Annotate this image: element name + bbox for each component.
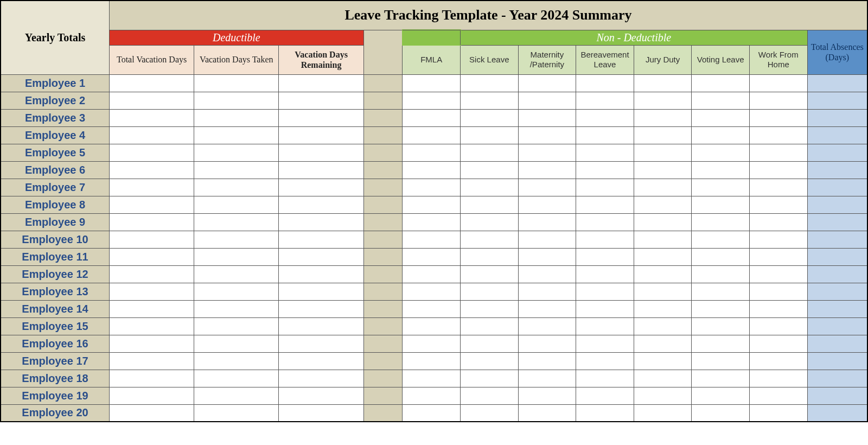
nondeductible-cell[interactable] bbox=[634, 92, 692, 109]
employee-label[interactable]: Employee 6 bbox=[1, 161, 110, 179]
employee-label[interactable]: Employee 10 bbox=[1, 231, 110, 248]
nondeductible-cell[interactable] bbox=[403, 317, 461, 335]
employee-label[interactable]: Employee 18 bbox=[1, 370, 110, 387]
nondeductible-cell[interactable] bbox=[403, 179, 461, 196]
deductible-cell[interactable] bbox=[194, 370, 279, 387]
nondeductible-cell[interactable] bbox=[576, 92, 634, 109]
deductible-cell[interactable] bbox=[279, 335, 363, 352]
total-absences-cell[interactable] bbox=[807, 335, 867, 352]
nondeductible-cell[interactable] bbox=[403, 161, 461, 179]
nondeductible-cell[interactable] bbox=[692, 317, 750, 335]
nondeductible-cell[interactable] bbox=[749, 335, 807, 352]
nondeductible-cell[interactable] bbox=[692, 300, 750, 317]
deductible-cell[interactable] bbox=[279, 161, 363, 179]
nondeductible-cell[interactable] bbox=[403, 335, 461, 352]
nondeductible-cell[interactable] bbox=[461, 387, 519, 404]
nondeductible-cell[interactable] bbox=[576, 144, 634, 161]
employee-label[interactable]: Employee 5 bbox=[1, 144, 110, 161]
nondeductible-cell[interactable] bbox=[518, 352, 576, 370]
nondeductible-cell[interactable] bbox=[403, 248, 461, 265]
nondeductible-cell[interactable] bbox=[692, 231, 750, 248]
nondeductible-cell[interactable] bbox=[576, 387, 634, 404]
nondeductible-cell[interactable] bbox=[749, 370, 807, 387]
nondeductible-cell[interactable] bbox=[403, 404, 461, 422]
nondeductible-cell[interactable] bbox=[576, 283, 634, 300]
nondeductible-cell[interactable] bbox=[461, 370, 519, 387]
nondeductible-cell[interactable] bbox=[749, 404, 807, 422]
nondeductible-cell[interactable] bbox=[518, 92, 576, 109]
deductible-cell[interactable] bbox=[194, 300, 279, 317]
total-absences-cell[interactable] bbox=[807, 126, 867, 144]
nondeductible-cell[interactable] bbox=[634, 387, 692, 404]
total-absences-cell[interactable] bbox=[807, 300, 867, 317]
deductible-cell[interactable] bbox=[279, 370, 363, 387]
nondeductible-cell[interactable] bbox=[692, 265, 750, 283]
deductible-cell[interactable] bbox=[110, 404, 194, 422]
deductible-cell[interactable] bbox=[194, 231, 279, 248]
nondeductible-cell[interactable] bbox=[518, 74, 576, 92]
nondeductible-cell[interactable] bbox=[692, 387, 750, 404]
nondeductible-cell[interactable] bbox=[518, 161, 576, 179]
nondeductible-cell[interactable] bbox=[634, 109, 692, 126]
employee-label[interactable]: Employee 14 bbox=[1, 300, 110, 317]
nondeductible-cell[interactable] bbox=[461, 179, 519, 196]
deductible-cell[interactable] bbox=[279, 213, 363, 231]
deductible-cell[interactable] bbox=[194, 196, 279, 213]
deductible-cell[interactable] bbox=[110, 248, 194, 265]
deductible-cell[interactable] bbox=[194, 335, 279, 352]
nondeductible-cell[interactable] bbox=[576, 196, 634, 213]
total-absences-cell[interactable] bbox=[807, 248, 867, 265]
nondeductible-cell[interactable] bbox=[403, 126, 461, 144]
nondeductible-cell[interactable] bbox=[403, 300, 461, 317]
total-absences-cell[interactable] bbox=[807, 196, 867, 213]
nondeductible-cell[interactable] bbox=[692, 404, 750, 422]
employee-label[interactable]: Employee 4 bbox=[1, 126, 110, 144]
nondeductible-cell[interactable] bbox=[576, 265, 634, 283]
nondeductible-cell[interactable] bbox=[403, 387, 461, 404]
nondeductible-cell[interactable] bbox=[692, 74, 750, 92]
nondeductible-cell[interactable] bbox=[692, 109, 750, 126]
nondeductible-cell[interactable] bbox=[692, 144, 750, 161]
nondeductible-cell[interactable] bbox=[634, 335, 692, 352]
nondeductible-cell[interactable] bbox=[461, 248, 519, 265]
nondeductible-cell[interactable] bbox=[634, 213, 692, 231]
deductible-cell[interactable] bbox=[279, 265, 363, 283]
deductible-cell[interactable] bbox=[110, 196, 194, 213]
deductible-cell[interactable] bbox=[279, 404, 363, 422]
deductible-cell[interactable] bbox=[194, 109, 279, 126]
nondeductible-cell[interactable] bbox=[518, 370, 576, 387]
deductible-cell[interactable] bbox=[194, 283, 279, 300]
nondeductible-cell[interactable] bbox=[518, 265, 576, 283]
nondeductible-cell[interactable] bbox=[634, 300, 692, 317]
deductible-cell[interactable] bbox=[110, 387, 194, 404]
total-absences-cell[interactable] bbox=[807, 265, 867, 283]
nondeductible-cell[interactable] bbox=[461, 74, 519, 92]
nondeductible-cell[interactable] bbox=[461, 231, 519, 248]
nondeductible-cell[interactable] bbox=[518, 109, 576, 126]
total-absences-cell[interactable] bbox=[807, 387, 867, 404]
nondeductible-cell[interactable] bbox=[518, 248, 576, 265]
nondeductible-cell[interactable] bbox=[461, 126, 519, 144]
nondeductible-cell[interactable] bbox=[749, 387, 807, 404]
nondeductible-cell[interactable] bbox=[634, 144, 692, 161]
nondeductible-cell[interactable] bbox=[403, 144, 461, 161]
nondeductible-cell[interactable] bbox=[749, 300, 807, 317]
nondeductible-cell[interactable] bbox=[576, 248, 634, 265]
deductible-cell[interactable] bbox=[110, 213, 194, 231]
deductible-cell[interactable] bbox=[279, 196, 363, 213]
nondeductible-cell[interactable] bbox=[634, 404, 692, 422]
nondeductible-cell[interactable] bbox=[461, 404, 519, 422]
nondeductible-cell[interactable] bbox=[403, 213, 461, 231]
nondeductible-cell[interactable] bbox=[518, 335, 576, 352]
deductible-cell[interactable] bbox=[194, 317, 279, 335]
nondeductible-cell[interactable] bbox=[461, 300, 519, 317]
nondeductible-cell[interactable] bbox=[634, 370, 692, 387]
nondeductible-cell[interactable] bbox=[403, 109, 461, 126]
total-absences-cell[interactable] bbox=[807, 74, 867, 92]
nondeductible-cell[interactable] bbox=[403, 265, 461, 283]
nondeductible-cell[interactable] bbox=[403, 74, 461, 92]
deductible-cell[interactable] bbox=[194, 352, 279, 370]
nondeductible-cell[interactable] bbox=[518, 283, 576, 300]
total-absences-cell[interactable] bbox=[807, 144, 867, 161]
employee-label[interactable]: Employee 15 bbox=[1, 317, 110, 335]
